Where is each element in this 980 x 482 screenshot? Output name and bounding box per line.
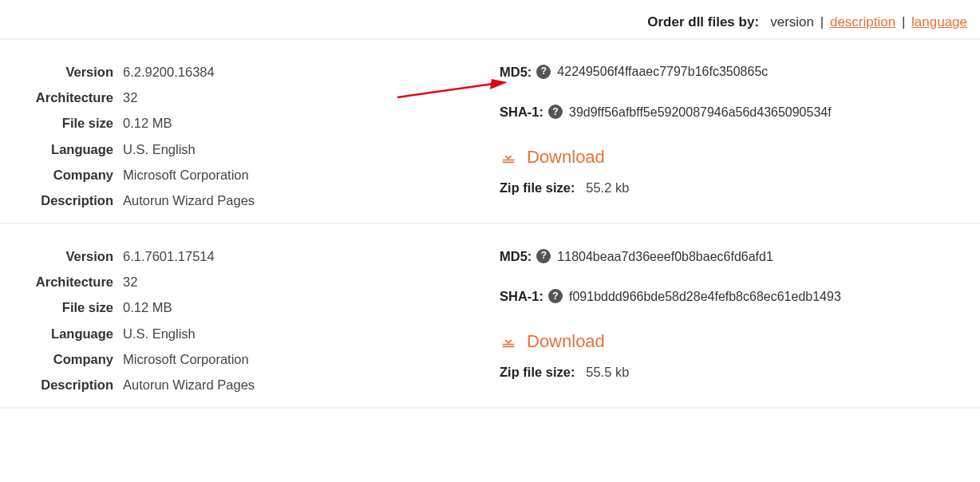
language-label: Language xyxy=(13,136,123,162)
download-text: Download xyxy=(527,331,605,352)
help-icon[interactable]: ? xyxy=(536,249,551,263)
sort-label: Order dll files by: xyxy=(647,14,759,30)
help-icon[interactable]: ? xyxy=(548,105,563,119)
architecture-value: 32 xyxy=(123,85,137,110)
version-label: Version xyxy=(13,59,123,85)
download-button[interactable]: Download xyxy=(500,147,605,168)
sort-option-description[interactable]: description xyxy=(830,14,895,30)
company-value: Microsoft Corporation xyxy=(123,346,249,372)
sort-option-language[interactable]: language xyxy=(911,14,967,30)
download-icon xyxy=(500,333,517,350)
language-value: U.S. English xyxy=(123,321,196,346)
filesize-value: 0.12 MB xyxy=(123,294,172,320)
architecture-label: Architecture xyxy=(13,269,123,294)
zipsize-value: 55.5 kb xyxy=(586,365,629,379)
description-label: Description xyxy=(13,188,123,213)
company-label: Company xyxy=(13,162,123,188)
version-value: 6.2.9200.16384 xyxy=(123,59,215,85)
md5-value: 42249506f4ffaaec7797b16fc350865c xyxy=(557,59,768,84)
language-label: Language xyxy=(13,321,123,346)
company-value: Microsoft Corporation xyxy=(123,162,249,188)
filesize-label: File size xyxy=(13,294,123,320)
download-button[interactable]: Download xyxy=(500,331,605,352)
sha1-value: 39d9ff56afbff5e5920087946a56d4365090534f xyxy=(569,100,832,124)
zipsize-label: Zip file size: xyxy=(500,365,575,379)
filesize-label: File size xyxy=(13,110,123,136)
zip-size-row: Zip file size: 55.2 kb xyxy=(500,180,967,196)
language-value: U.S. English xyxy=(123,136,196,162)
sort-option-version[interactable]: version xyxy=(770,14,814,30)
sort-bar: Order dll files by: version | descriptio… xyxy=(0,0,980,38)
description-value: Autorun Wizard Pages xyxy=(123,372,255,397)
description-label: Description xyxy=(13,372,123,397)
filesize-value: 0.12 MB xyxy=(123,110,172,136)
architecture-value: 32 xyxy=(123,269,137,294)
file-entry: Version6.1.7601.17514 Architecture32 Fil… xyxy=(0,223,980,409)
company-label: Company xyxy=(13,346,123,372)
sha1-value: f091bddd966bde58d28e4fefb8c68ec61edb1493 xyxy=(569,284,841,309)
md5-label: MD5: xyxy=(500,243,531,269)
help-icon[interactable]: ? xyxy=(536,65,551,79)
version-value: 6.1.7601.17514 xyxy=(123,243,215,269)
md5-label: MD5: xyxy=(500,59,531,85)
description-value: Autorun Wizard Pages xyxy=(123,188,255,213)
zip-size-row: Zip file size: 55.5 kb xyxy=(500,365,967,380)
version-label: Version xyxy=(13,243,123,269)
download-icon xyxy=(500,148,517,166)
download-text: Download xyxy=(527,147,605,168)
md5-value: 11804beaa7d36eeef0b8baec6fd6afd1 xyxy=(557,244,773,269)
file-entry: Version6.2.9200.16384 Architecture32 Fil… xyxy=(0,38,980,223)
architecture-label: Architecture xyxy=(13,85,123,110)
sha1-label: SHA-1: xyxy=(500,283,543,309)
zipsize-label: Zip file size: xyxy=(500,180,575,195)
zipsize-value: 55.2 kb xyxy=(586,180,629,195)
help-icon[interactable]: ? xyxy=(548,289,563,303)
sha1-label: SHA-1: xyxy=(500,99,543,124)
